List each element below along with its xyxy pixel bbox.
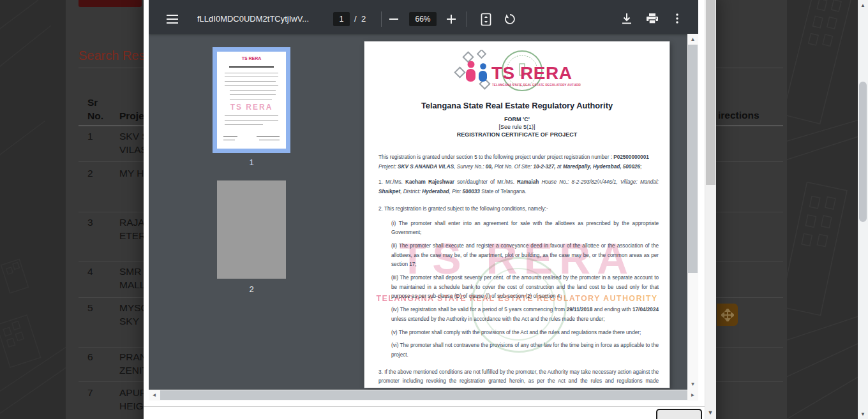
scroll-down-arrow-icon[interactable]: ▼ [687,379,698,390]
condition-item: (v) The promoter shall comply with the p… [391,328,659,338]
zoom-in-icon[interactable] [444,11,459,27]
background-red-button[interactable] [79,0,142,7]
thumbnail-label-1: 1 [213,158,290,167]
table-row-project-name: RAJA ETER [119,216,146,242]
page-total: 2 [361,14,366,24]
pdf-hscroll-thumb[interactable] [160,390,687,400]
column-header-project: Proje [119,109,144,122]
browser-scroll-up-arrow-icon[interactable]: ▲ [858,0,868,10]
print-icon[interactable] [645,11,660,26]
scroll-right-arrow-icon[interactable]: ► [687,390,698,401]
paragraph-registration-intro: This registration is granted under secti… [378,153,659,172]
page-number-input[interactable]: 1 [333,12,350,26]
building-outline-art-right [787,0,858,419]
authority-title: Telangana State Real Estate Regulatory A… [364,101,670,110]
toolbar-divider [467,11,467,27]
conditions-list: (i) The promoter shall enter into an agr… [391,219,659,360]
screen: Search Results Sr No. Proje irections 1S… [0,0,868,419]
thumbnail-page-1[interactable]: TS RERA TS RERA [213,47,290,153]
logo-tagline: TELANGANA STATE REAL ESTATE REGULATORY A… [492,84,581,87]
more-options-icon[interactable] [670,11,685,26]
condition-item: (i) The promoter shall enter into an agr… [391,219,659,238]
thumbnail-logo: TS RERA [217,56,286,61]
certificate-title: REGISTRATION CERTIFICATE OF PROJECT [364,131,670,138]
modal-footer-button[interactable] [656,409,702,419]
table-row-number: 6 [87,350,93,364]
background-left-panel [0,0,66,419]
pdf-page: TS RERA TELANGANA STATE REAL ESTATE REGU… [364,41,670,388]
modal-scrollbar[interactable]: ▼ [705,0,716,419]
column-header-directions: irections [718,108,760,122]
pdf-toolbar: fLLdI0MDC0UDM2tTCytjIwV... 1 / 2 66% [149,0,698,34]
tsrera-logo: TS RERA TELANGANA STATE REAL ESTATE REGU… [453,50,581,94]
condition-item: (ii) The promoter shall execute and regi… [391,242,659,270]
logo-text: TS RERA [491,63,572,83]
zoom-level: 66% [409,12,437,26]
scroll-left-arrow-icon[interactable]: ◄ [149,390,160,401]
building-outline-art-left [0,0,66,419]
browser-scrollbar[interactable]: ▲ ▼ [858,0,868,419]
move-icon [721,309,734,321]
column-header-sr-no: Sr No. [87,96,103,122]
zoom-out-icon[interactable] [386,11,401,27]
paragraph-promoter: 1. Mr./Ms. Kacham Rajeshwar son/daughter… [378,178,659,196]
background-building-illustration [787,0,858,419]
thumbnail-page-2[interactable] [217,180,286,279]
table-row-number: 7 [87,386,93,399]
modal-scroll-thumb[interactable] [706,0,715,185]
modal-footer-divider [144,406,705,407]
pdf-filename: fLLdI0MDC0UDM2tTCytjIwV... [197,13,309,25]
rule-reference: [See rule 5(1)] [364,124,670,130]
pdf-vscroll-thumb[interactable] [688,45,698,273]
pdf-horizontal-scrollbar[interactable]: ◄ ► [149,390,698,401]
paragraph-closing: 3. If the above mentioned conditions are… [378,368,659,388]
pdf-preview-modal: fLLdI0MDC0UDM2tTCytjIwV... 1 / 2 66% [144,0,716,419]
table-row-number: 2 [87,166,93,180]
browser-scroll-thumb[interactable] [859,82,867,222]
rotate-icon[interactable] [502,11,518,27]
scroll-up-arrow-icon[interactable]: ▲ [687,34,698,45]
move-widget-button[interactable] [717,304,738,326]
form-title: FORM 'C' [364,116,670,122]
condition-item: (iii) The promoter shall deposit seventy… [391,274,659,302]
pdf-viewer-embed: fLLdI0MDC0UDM2tTCytjIwV... 1 / 2 66% [149,0,698,401]
page-separator: / [354,14,357,24]
table-row-number: 3 [87,216,93,229]
fit-page-icon[interactable] [478,11,493,27]
table-row-number: 4 [87,265,93,278]
table-row-number: 5 [87,301,93,314]
paragraph-conditions-lead: 2. This registration is granted subject … [378,205,659,214]
browser-scroll-down-arrow-icon[interactable]: ▼ [858,409,868,419]
pdf-vertical-scrollbar[interactable]: ▲ ▼ [687,34,698,390]
condition-item: (vi) The promoter shall not contravene t… [391,341,659,360]
download-icon[interactable] [619,11,634,26]
modal-scroll-down-arrow-icon[interactable]: ▼ [705,407,715,418]
toolbar-divider [381,11,382,27]
menu-icon[interactable] [165,12,179,26]
table-row-number: 1 [87,129,93,143]
thumbnail-watermark: TS RERA [217,103,286,112]
thumbnail-label-2: 2 [213,284,290,294]
condition-item: (iv) The registration shall be valid for… [391,305,659,324]
